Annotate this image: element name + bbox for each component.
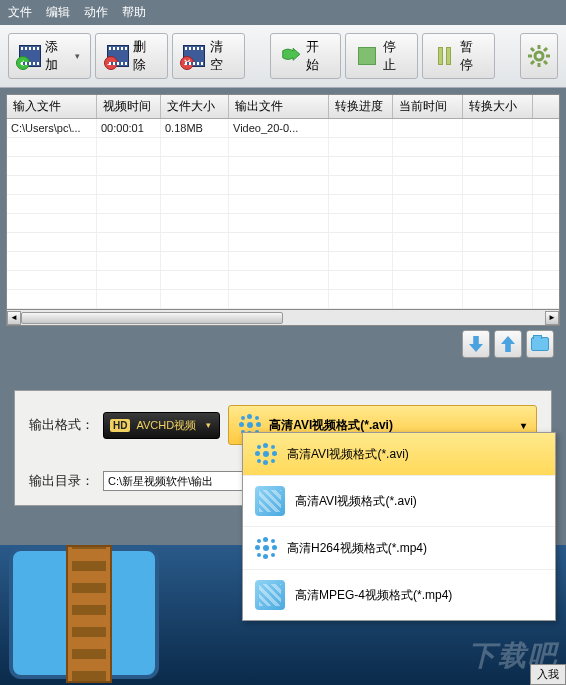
svg-line-7	[531, 61, 534, 64]
format-label: 输出格式：	[29, 416, 95, 434]
col-outsize[interactable]: 转换大小	[463, 95, 533, 118]
stop-icon	[356, 44, 379, 68]
col-current[interactable]: 当前时间	[393, 95, 463, 118]
arrow-up-icon	[501, 336, 515, 352]
cell-outsize	[463, 119, 533, 137]
dropdown-item[interactable]: 高清H264视频格式(*.mp4)	[243, 527, 555, 570]
col-size[interactable]: 文件大小	[161, 95, 229, 118]
delete-button[interactable]: – 删除	[95, 33, 168, 79]
start-icon	[281, 47, 302, 65]
settings-button[interactable]	[520, 33, 558, 79]
format-icon	[255, 537, 277, 559]
start-button[interactable]: 开始	[270, 33, 341, 79]
grid-body[interactable]: C:\Users\pc\... 00:00:01 0.18MB Video_20…	[7, 119, 559, 309]
col-duration[interactable]: 视频时间	[97, 95, 161, 118]
scroll-track[interactable]	[21, 311, 545, 325]
svg-point-0	[535, 52, 543, 60]
menu-file[interactable]: 文件	[8, 4, 32, 21]
format-icon	[255, 580, 285, 610]
category-dropdown[interactable]: HD AVCHD视频	[103, 412, 220, 439]
delete-label: 删除	[133, 38, 157, 74]
open-folder-button[interactable]	[526, 330, 554, 358]
pause-icon	[433, 44, 456, 68]
format-icon	[255, 486, 285, 516]
scroll-left-button[interactable]: ◄	[7, 311, 21, 325]
add-label: 添加	[45, 38, 69, 74]
cell-output: Video_20-0...	[229, 119, 329, 137]
arrow-down-icon	[469, 336, 483, 352]
dropdown-item-label: 高清AVI视频格式(*.avi)	[295, 493, 417, 510]
toolbar: + 添加 – 删除 ✕ 清空 开始 停止 暂停	[0, 25, 566, 88]
stop-button[interactable]: 停止	[345, 33, 418, 79]
move-down-button[interactable]	[462, 330, 490, 358]
move-up-button[interactable]	[494, 330, 522, 358]
svg-line-8	[544, 48, 547, 51]
pause-button[interactable]: 暂停	[422, 33, 495, 79]
clear-icon: ✕	[183, 44, 206, 68]
cell-progress	[329, 119, 393, 137]
menu-action[interactable]: 动作	[84, 4, 108, 21]
col-input[interactable]: 输入文件	[7, 95, 97, 118]
scroll-right-button[interactable]: ►	[545, 311, 559, 325]
table-row[interactable]: C:\Users\pc\... 00:00:01 0.18MB Video_20…	[7, 119, 559, 138]
dropdown-item-label: 高清AVI视频格式(*.avi)	[287, 446, 409, 463]
delete-icon: –	[106, 44, 129, 68]
cell-duration: 00:00:01	[97, 119, 161, 137]
grid-area: 输入文件 视频时间 文件大小 输出文件 转换进度 当前时间 转换大小 C:\Us…	[0, 88, 566, 372]
clear-button[interactable]: ✕ 清空	[172, 33, 245, 79]
file-grid: 输入文件 视频时间 文件大小 输出文件 转换进度 当前时间 转换大小 C:\Us…	[6, 94, 560, 310]
category-text: AVCHD视频	[136, 418, 196, 433]
stop-label: 停止	[383, 38, 407, 74]
corner-button[interactable]: 入我	[530, 664, 566, 685]
pause-label: 暂停	[460, 38, 484, 74]
scroll-thumb[interactable]	[21, 312, 283, 324]
format-icon	[255, 443, 277, 465]
clear-label: 清空	[210, 38, 234, 74]
dropdown-item-label: 高清H264视频格式(*.mp4)	[287, 540, 427, 557]
dropdown-item[interactable]: 高清AVI视频格式(*.avi)	[243, 433, 555, 476]
horizontal-scrollbar[interactable]: ◄ ►	[6, 310, 560, 326]
dropdown-item-label: 高清MPEG-4视频格式(*.mp4)	[295, 587, 452, 604]
action-row	[6, 326, 560, 366]
hd-badge: HD	[110, 419, 130, 432]
folder-icon	[531, 337, 549, 351]
film-strip-icon	[66, 545, 112, 683]
cell-size: 0.18MB	[161, 119, 229, 137]
add-icon: +	[19, 44, 41, 68]
start-label: 开始	[306, 38, 330, 74]
cell-current	[393, 119, 463, 137]
menubar: 文件 编辑 动作 帮助	[0, 0, 566, 25]
dropdown-item[interactable]: 高清AVI视频格式(*.avi)	[243, 476, 555, 527]
svg-line-5	[531, 48, 534, 51]
format-selected-text: 高清AVI视频格式(*.avi)	[269, 417, 393, 434]
menu-help[interactable]: 帮助	[122, 4, 146, 21]
menu-edit[interactable]: 编辑	[46, 4, 70, 21]
cell-input: C:\Users\pc\...	[7, 119, 97, 137]
col-progress[interactable]: 转换进度	[329, 95, 393, 118]
add-button[interactable]: + 添加	[8, 33, 91, 79]
gear-icon	[527, 44, 551, 68]
dropdown-item[interactable]: 高清MPEG-4视频格式(*.mp4)	[243, 570, 555, 620]
col-output[interactable]: 输出文件	[229, 95, 329, 118]
format-dropdown-list[interactable]: 高清AVI视频格式(*.avi) 高清AVI视频格式(*.avi) 高清H264…	[242, 432, 556, 621]
svg-line-6	[544, 61, 547, 64]
dir-label: 输出目录：	[29, 472, 95, 490]
grid-header: 输入文件 视频时间 文件大小 输出文件 转换进度 当前时间 转换大小	[7, 95, 559, 119]
